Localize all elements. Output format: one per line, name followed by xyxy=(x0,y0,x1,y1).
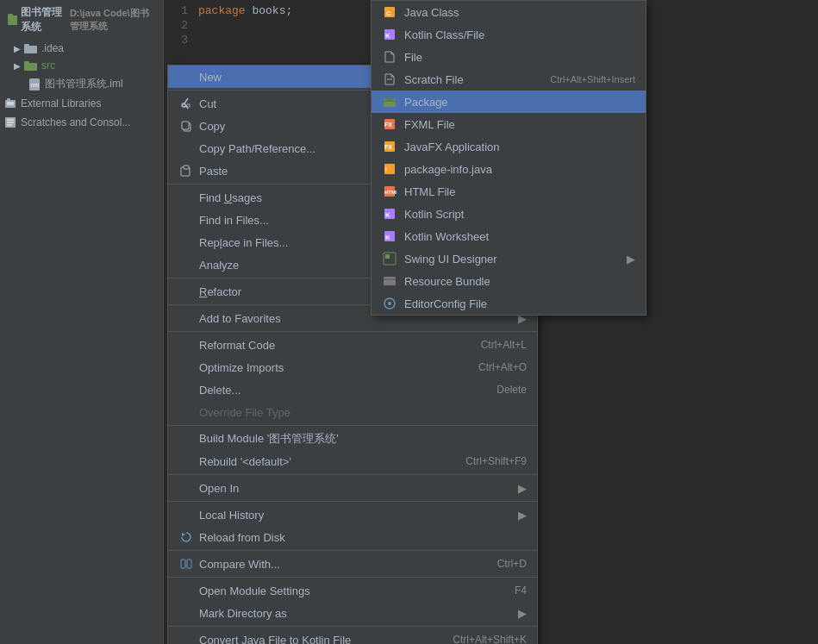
build-icon xyxy=(178,431,194,447)
submenu-editorconfig[interactable]: EditorConfig File xyxy=(372,292,646,315)
svg-rect-9 xyxy=(7,98,10,102)
menu-delete-shortcut: Delete xyxy=(496,384,527,396)
svg-marker-22 xyxy=(182,533,185,536)
submenu-kotlin-worksheet[interactable]: K Kotlin Worksheet xyxy=(372,225,646,247)
menu-item-reformat[interactable]: Reformat Code Ctrl+Alt+L xyxy=(168,334,537,356)
sidebar-idea-folder[interactable]: ▶ .idea xyxy=(0,40,163,57)
submenu-javafx[interactable]: FX JavaFX Application xyxy=(372,135,646,158)
menu-item-build-module[interactable]: Build Module '图书管理系统' xyxy=(168,428,537,450)
compare-icon xyxy=(178,556,194,572)
submenu-new: C Java Class K Kotlin Class/File File Sc… xyxy=(371,0,646,316)
menu-item-convert-kotlin[interactable]: Convert Java File to Kotlin File Ctrl+Al… xyxy=(168,628,537,644)
submenu-kotlin-script-label: Kotlin Script xyxy=(404,208,635,221)
svg-rect-46 xyxy=(384,277,396,285)
svg-text:FX: FX xyxy=(384,144,392,150)
project-path: D:\java Code\图书管理系统 xyxy=(70,7,156,33)
menu-override-label: Override File Type xyxy=(199,406,527,419)
menu-item-compare[interactable]: Compare With... Ctrl+D xyxy=(168,553,537,575)
menu-item-optimize[interactable]: Optimize Imports Ctrl+Alt+O xyxy=(168,356,537,378)
submenu-javafx-label: JavaFX Application xyxy=(404,141,635,153)
separator-11 xyxy=(168,626,537,627)
ext-lib-icon xyxy=(3,97,17,110)
submenu-html-label: HTML File xyxy=(404,185,635,198)
menu-history-label: Local History xyxy=(199,509,511,522)
svg-rect-3 xyxy=(24,44,29,47)
history-arrow: ▶ xyxy=(518,509,527,522)
svg-rect-19 xyxy=(182,122,189,129)
submenu-kotlin-class[interactable]: K Kotlin Class/File xyxy=(372,23,646,46)
open-in-icon xyxy=(178,480,194,496)
menu-item-module-settings[interactable]: Open Module Settings F4 xyxy=(168,579,537,602)
menu-item-delete[interactable]: Delete... Delete xyxy=(168,378,537,401)
menu-mark-dir-label: Mark Directory as xyxy=(199,607,511,620)
html-icon: HTML xyxy=(382,184,397,199)
find-files-icon xyxy=(178,212,194,228)
submenu-resource-bundle[interactable]: Resource Bundle xyxy=(372,270,646,292)
kotlin-worksheet-icon: K xyxy=(382,228,397,244)
menu-item-open-in[interactable]: Open In ▶ xyxy=(168,477,537,499)
submenu-scratch-file[interactable]: Scratch File Ctrl+Alt+Shift+Insert xyxy=(372,68,646,91)
submenu-resource-bundle-label: Resource Bundle xyxy=(404,275,635,288)
menu-build-label: Build Module '图书管理系统' xyxy=(199,431,527,447)
favorites-icon xyxy=(178,310,194,326)
sidebar-scratches[interactable]: Scratches and Consol... xyxy=(0,113,163,132)
separator-5 xyxy=(168,331,537,332)
kotlin-script-icon: K xyxy=(382,206,397,222)
sidebar-iml-file[interactable]: iml 图书管理系统.iml xyxy=(0,74,163,94)
submenu-html[interactable]: HTML HTML File xyxy=(372,180,646,203)
iml-icon: iml xyxy=(28,78,41,91)
optimize-icon xyxy=(178,360,194,375)
menu-item-rebuild[interactable]: Rebuild '<default>' Ctrl+Shift+F9 xyxy=(168,450,537,472)
analyze-icon xyxy=(178,257,194,272)
convert-kotlin-icon xyxy=(178,632,194,644)
submenu-package-info-label: package-info.java xyxy=(404,163,635,176)
separator-6 xyxy=(168,425,537,426)
submenu-package[interactable]: Package xyxy=(372,91,646,113)
menu-reformat-shortcut: Ctrl+Alt+L xyxy=(481,339,527,351)
menu-reformat-label: Reformat Code xyxy=(199,339,464,352)
svg-text:HTML: HTML xyxy=(384,190,397,195)
menu-module-settings-shortcut: F4 xyxy=(515,585,527,597)
submenu-package-info[interactable]: i package-info.java xyxy=(372,158,646,180)
line-number-1: 1 xyxy=(164,4,198,17)
refactor-icon xyxy=(178,284,194,299)
separator-7 xyxy=(168,474,537,475)
submenu-kotlin-class-label: Kotlin Class/File xyxy=(404,28,635,41)
sidebar-external-libraries[interactable]: External Libraries xyxy=(0,94,163,113)
project-icon xyxy=(7,13,17,27)
cut-icon xyxy=(178,96,194,111)
svg-text:C: C xyxy=(386,9,391,17)
menu-optimize-shortcut: Ctrl+Alt+O xyxy=(478,361,527,373)
submenu-java-class[interactable]: C Java Class xyxy=(372,1,646,23)
menu-compare-shortcut: Ctrl+D xyxy=(497,558,527,570)
menu-module-settings-label: Open Module Settings xyxy=(199,585,497,597)
menu-optimize-label: Optimize Imports xyxy=(199,361,461,374)
src-folder-label: src xyxy=(41,59,55,72)
reformat-icon xyxy=(178,337,194,353)
submenu-swing[interactable]: Swing UI Designer ▶ xyxy=(372,247,646,270)
line-number-2: 2 xyxy=(164,19,198,32)
sidebar-src-folder[interactable]: ▶ src xyxy=(0,57,163,74)
menu-convert-kotlin-shortcut: Ctrl+Alt+Shift+K xyxy=(453,634,527,644)
submenu-kotlin-script[interactable]: K Kotlin Script xyxy=(372,203,646,225)
submenu-fxml[interactable]: FX FXML File xyxy=(372,113,646,135)
line-content-1: package books; xyxy=(198,4,292,17)
kotlin-class-icon: K xyxy=(382,27,397,42)
collapse-arrow: ▶ xyxy=(14,44,21,53)
svg-rect-5 xyxy=(24,61,29,65)
paste-icon xyxy=(178,163,194,178)
svg-point-49 xyxy=(388,302,391,305)
svg-rect-21 xyxy=(184,166,189,169)
submenu-fxml-label: FXML File xyxy=(404,118,635,131)
replace-icon xyxy=(178,234,194,250)
menu-item-reload[interactable]: Reload from Disk xyxy=(168,526,537,548)
java-class-icon: C xyxy=(382,4,397,20)
override-icon xyxy=(178,404,194,420)
fxml-icon: FX xyxy=(382,116,397,132)
submenu-file[interactable]: File xyxy=(372,46,646,68)
new-icon xyxy=(178,69,194,84)
sidebar: 图书管理系统 D:\java Code\图书管理系统 ▶ .idea ▶ src… xyxy=(0,0,164,644)
open-in-arrow: ▶ xyxy=(518,482,527,495)
menu-item-local-history[interactable]: Local History ▶ xyxy=(168,503,537,526)
menu-item-mark-directory[interactable]: Mark Directory as ▶ xyxy=(168,602,537,624)
